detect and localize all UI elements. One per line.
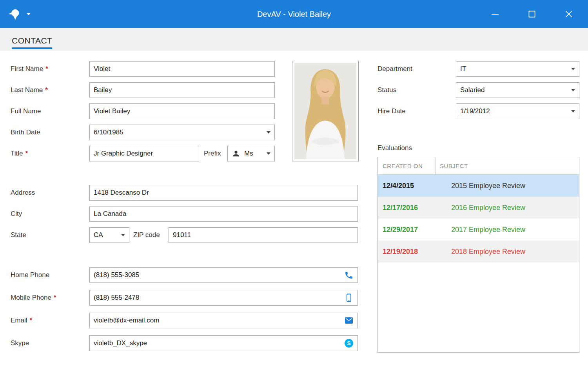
- last-name-input[interactable]: [89, 82, 275, 98]
- department-combo[interactable]: IT: [456, 61, 579, 77]
- skype-field: S: [89, 335, 358, 351]
- department-label: Department: [377, 61, 412, 77]
- person-icon: [232, 149, 240, 158]
- hire-date-combo[interactable]: 1/19/2012: [456, 103, 579, 119]
- evaluation-created-on: 12/29/2017: [378, 226, 436, 234]
- app-menu-button[interactable]: [0, 7, 31, 21]
- chevron-down-icon: [121, 234, 125, 236]
- column-header-subject[interactable]: SUBJECT: [436, 157, 579, 174]
- department-label-text: Department: [377, 65, 412, 73]
- zip-input[interactable]: [169, 227, 358, 243]
- evaluation-created-on: 12/19/2018: [378, 248, 436, 256]
- evaluation-subject: 2016 Employee Review: [436, 204, 579, 212]
- full-name-label: Full Name: [11, 103, 41, 119]
- home-phone-label-text: Home Phone: [11, 271, 49, 279]
- status-value: Salaried: [460, 86, 571, 94]
- required-marker: *: [25, 150, 28, 158]
- last-name-label-text: Last Name: [11, 86, 43, 94]
- svg-text:S: S: [347, 340, 350, 346]
- evaluation-subject: 2018 Employee Review: [436, 248, 579, 256]
- zip-label: ZIP code: [133, 227, 160, 243]
- city-label: City: [11, 206, 22, 222]
- contact-photo: [292, 61, 359, 161]
- title-label-text: Title: [11, 150, 23, 158]
- email-icon: [344, 316, 354, 325]
- full-name-input[interactable]: [89, 103, 275, 119]
- close-button[interactable]: [557, 5, 581, 24]
- tab-contact-label: CONTACT: [12, 36, 52, 45]
- chevron-down-icon: [571, 68, 575, 70]
- state-value: CA: [94, 231, 121, 239]
- first-name-input[interactable]: [89, 61, 275, 77]
- required-marker: *: [45, 86, 48, 94]
- prefix-combo[interactable]: Ms: [227, 146, 275, 161]
- tabstrip: CONTACT: [0, 28, 588, 51]
- evaluation-subject: 2017 Employee Review: [436, 226, 579, 234]
- chevron-down-icon: [571, 110, 575, 112]
- status-combo[interactable]: Salaried: [456, 82, 579, 98]
- full-name-label-text: Full Name: [11, 107, 41, 115]
- minimize-button[interactable]: [483, 5, 507, 24]
- contact-form: First Name * Last Name * Full Name Birth…: [0, 51, 588, 373]
- birth-date-value: 6/10/1985: [94, 129, 267, 136]
- title-label: Title *: [11, 146, 28, 161]
- skype-icon: S: [344, 339, 354, 348]
- first-name-label: First Name *: [11, 61, 48, 77]
- home-phone-input[interactable]: [89, 267, 358, 283]
- birth-date-combo[interactable]: 6/10/1985: [89, 125, 275, 140]
- email-input[interactable]: [89, 313, 358, 328]
- last-name-label: Last Name *: [11, 82, 48, 98]
- mobile-phone-field: [89, 290, 358, 306]
- evaluation-row-2015[interactable]: 12/4/2015 2015 Employee Review: [378, 175, 579, 197]
- tab-contact[interactable]: CONTACT: [12, 36, 52, 49]
- email-label: Email *: [11, 313, 32, 328]
- chevron-down-icon: [267, 152, 270, 155]
- app-logo-icon: [8, 7, 21, 21]
- evaluation-row-2016[interactable]: 12/17/2016 2016 Employee Review: [378, 197, 579, 219]
- evaluation-row-2018[interactable]: 12/19/2018 2018 Employee Review: [378, 241, 579, 263]
- birth-date-label-text: Birth Date: [11, 129, 40, 136]
- maximize-button[interactable]: [520, 5, 544, 24]
- state-label-text: State: [11, 231, 26, 239]
- address-input[interactable]: [89, 185, 358, 201]
- hire-date-value: 1/19/2012: [460, 107, 571, 115]
- hire-date-label-text: Hire Date: [377, 107, 406, 115]
- required-marker: *: [30, 317, 33, 324]
- address-label: Address: [11, 185, 35, 201]
- skype-label-text: Skype: [11, 339, 29, 347]
- address-label-text: Address: [11, 189, 35, 197]
- city-input[interactable]: [89, 206, 358, 222]
- evaluations-grid: CREATED ON SUBJECT 12/4/2015 2015 Employ…: [377, 157, 579, 353]
- home-phone-field: [89, 267, 358, 283]
- mobile-phone-label-text: Mobile Phone: [11, 294, 51, 302]
- evaluation-subject: 2015 Employee Review: [436, 182, 579, 190]
- skype-input[interactable]: [89, 335, 358, 351]
- first-name-label-text: First Name: [11, 65, 43, 73]
- required-marker: *: [45, 65, 48, 73]
- state-label: State: [11, 227, 26, 243]
- evaluation-created-on: 12/17/2016: [378, 204, 436, 212]
- prefix-value: Ms: [244, 150, 267, 158]
- state-combo[interactable]: CA: [89, 227, 129, 243]
- required-marker: *: [54, 294, 56, 302]
- evaluations-label-text: Evaluations: [377, 144, 412, 152]
- phone-icon: [344, 270, 354, 280]
- mobile-phone-input[interactable]: [89, 290, 358, 306]
- title-input[interactable]: [89, 146, 199, 161]
- evaluations-label: Evaluations: [377, 140, 412, 156]
- home-phone-label: Home Phone: [11, 267, 49, 283]
- titlebar: DevAV - Violet Bailey: [0, 0, 588, 28]
- mobile-phone-icon: [344, 293, 354, 302]
- status-label-text: Status: [377, 86, 396, 94]
- email-label-text: Email: [11, 317, 27, 324]
- mobile-phone-label: Mobile Phone *: [11, 290, 56, 306]
- evaluation-row-2017[interactable]: 12/29/2017 2017 Employee Review: [378, 219, 579, 241]
- prefix-label: Prefix: [204, 146, 221, 161]
- chevron-down-icon: [571, 89, 575, 91]
- chevron-down-icon: [267, 131, 270, 134]
- column-header-created-on[interactable]: CREATED ON: [378, 157, 436, 174]
- status-label: Status: [377, 82, 396, 98]
- email-field: [89, 313, 358, 328]
- window-controls: [483, 5, 588, 24]
- prefix-label-text: Prefix: [204, 150, 221, 158]
